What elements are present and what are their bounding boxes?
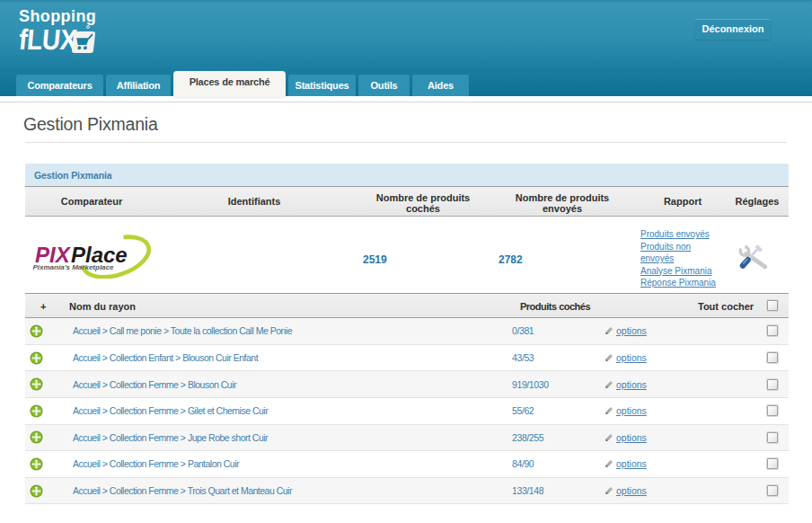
svg-text:Pixmania's Marketplace: Pixmania's Marketplace bbox=[33, 263, 115, 271]
